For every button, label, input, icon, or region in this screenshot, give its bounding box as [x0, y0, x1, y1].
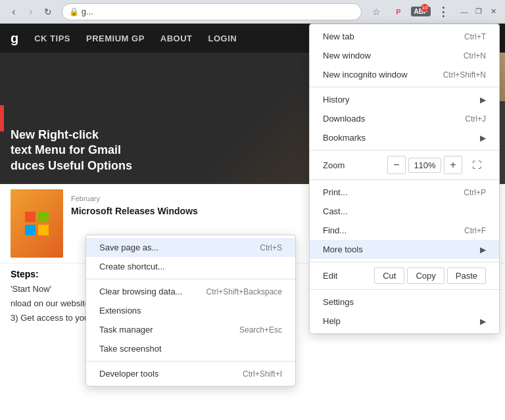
restore-button[interactable]: ❐ [472, 5, 485, 18]
toolbar-icons: ☆ P ABP 10 ⋮ [367, 3, 452, 21]
address-bar[interactable]: 🔒 g... [62, 3, 362, 20]
submenu-clear-browsing[interactable]: Clear browsing data... Ctrl+Shift+Backsp… [86, 282, 295, 301]
menu-cast[interactable]: Cast... [310, 202, 499, 221]
menu-divider-5 [310, 289, 499, 290]
submenu-create-shortcut[interactable]: Create shortcut... [86, 257, 295, 276]
submenu-task-manager[interactable]: Task manager Search+Esc [86, 320, 295, 339]
menu-new-incognito[interactable]: New incognito window Ctrl+Shift+N [310, 65, 499, 84]
edit-row: Edit Cut Copy Paste [310, 265, 499, 287]
menu-settings[interactable]: Settings [310, 292, 499, 312]
browser-refresh-btn[interactable]: ↻ [39, 3, 57, 20]
menu-icon[interactable]: ⋮ [434, 3, 452, 21]
logo-grid [20, 206, 54, 241]
edit-label: Edit [323, 271, 372, 281]
adblock-badge: 10 [421, 4, 429, 12]
menu-more-tools[interactable]: More tools ▶ [310, 240, 499, 259]
submenu-divider-2 [86, 361, 295, 362]
paste-button[interactable]: Paste [447, 268, 486, 284]
browser-titlebar: ‹ › ↻ 🔒 g... ☆ P ABP 10 ⋮ — ❐ ✕ [0, 0, 505, 24]
window-controls: — ❐ ✕ [458, 5, 500, 18]
nav-premium[interactable]: PREMIUM GP [86, 34, 145, 43]
main-menu: New tab Ctrl+T New window Ctrl+N New inc… [309, 24, 500, 334]
submenu-extensions[interactable]: Extensions [86, 301, 295, 320]
menu-find[interactable]: Find... Ctrl+F [310, 221, 499, 240]
submenu-divider-1 [86, 279, 295, 279]
menu-downloads[interactable]: Downloads Ctrl+J [310, 109, 499, 128]
nav-tips[interactable]: CK TIPS [34, 34, 70, 43]
zoom-label: Zoom [323, 160, 387, 170]
zoom-row: Zoom − 110% + ⛶ [310, 153, 499, 177]
fullscreen-button[interactable]: ⛶ [468, 156, 486, 174]
menu-new-tab[interactable]: New tab Ctrl+T [310, 27, 499, 46]
menu-new-window[interactable]: New window Ctrl+N [310, 46, 499, 65]
submenu-save-page[interactable]: Save page as... Ctrl+S [86, 238, 295, 257]
menu-divider-3 [310, 179, 499, 180]
minimize-button[interactable]: — [458, 5, 471, 18]
menu-divider-4 [310, 262, 499, 262]
submenu-take-screenshot[interactable]: Take screenshot [86, 339, 295, 358]
zoom-plus-button[interactable]: + [444, 156, 462, 174]
menu-print[interactable]: Print... Ctrl+P [310, 183, 499, 202]
menu-help[interactable]: Help ▶ [310, 312, 499, 331]
menu-bookmarks[interactable]: Bookmarks ▶ [310, 128, 499, 147]
zoom-value: 110% [408, 158, 441, 173]
nav-login[interactable]: LOGIN [208, 34, 237, 43]
browser-back-btn[interactable]: ‹ [5, 3, 22, 20]
col-image-left [11, 189, 63, 258]
pocket-icon[interactable]: P [389, 3, 408, 21]
browser-forward-btn[interactable]: › [22, 3, 39, 20]
close-button[interactable]: ✕ [487, 5, 500, 18]
more-tools-submenu: Save page as... Ctrl+S Create shortcut..… [85, 235, 296, 386]
adblock-icon[interactable]: ABP 10 [412, 3, 430, 21]
submenu-developer-tools[interactable]: Developer tools Ctrl+Shift+I [86, 364, 295, 383]
nav-about[interactable]: ABOUT [160, 34, 193, 43]
bookmark-star-icon[interactable]: ☆ [367, 3, 385, 21]
hero-accent-bar [0, 105, 4, 131]
menu-divider-1 [310, 87, 499, 87]
copy-button[interactable]: Copy [407, 268, 444, 284]
menu-divider-2 [310, 150, 499, 151]
site-logo: g [11, 31, 18, 46]
zoom-minus-button[interactable]: − [387, 156, 406, 174]
cut-button[interactable]: Cut [374, 268, 404, 284]
menu-history[interactable]: History ▶ [310, 90, 499, 109]
